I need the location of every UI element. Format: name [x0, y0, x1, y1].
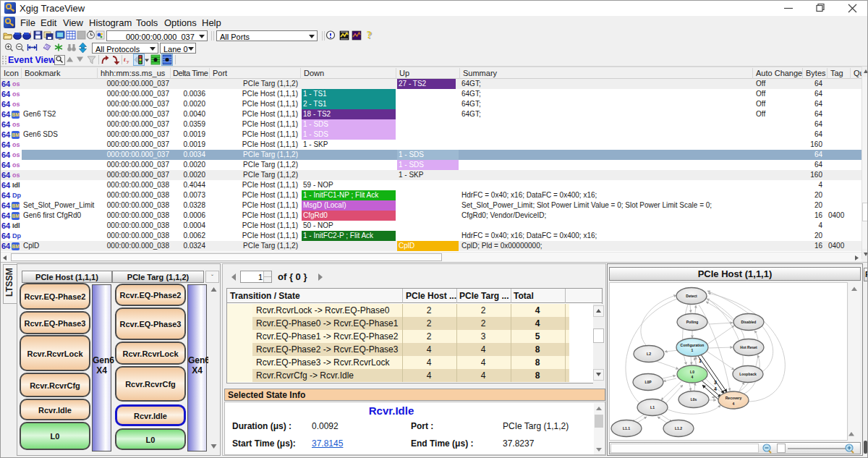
svg-text:t: t [124, 56, 126, 63]
svg-text:Detect: Detect [686, 294, 697, 298]
svg-text:L0: L0 [690, 370, 694, 374]
svg-text:y: y [127, 59, 129, 64]
svg-text:4: 4 [733, 402, 735, 406]
svg-text:1: 1 [699, 358, 702, 363]
svg-text:L1.1: L1.1 [623, 426, 630, 431]
svg-text:4: 4 [692, 375, 694, 379]
svg-text:L1: L1 [650, 405, 655, 410]
svg-text:L2: L2 [647, 352, 651, 356]
svg-text:Recovery: Recovery [726, 396, 742, 400]
svg-text:1: 1 [692, 348, 694, 352]
svg-text:L0s: L0s [691, 397, 697, 402]
svg-text:Loopback: Loopback [739, 372, 757, 376]
svg-text:L1.2: L1.2 [675, 426, 682, 431]
svg-text:4: 4 [714, 386, 717, 391]
svg-text:Hot Reset: Hot Reset [740, 345, 757, 349]
svg-text:3: 3 [714, 380, 717, 385]
svg-text:Disabled: Disabled [741, 320, 757, 324]
svg-text:Polling: Polling [686, 320, 699, 324]
svg-text:Configuration: Configuration [681, 343, 705, 347]
svg-text:?: ? [367, 30, 372, 41]
svg-text:L0P: L0P [644, 380, 652, 384]
